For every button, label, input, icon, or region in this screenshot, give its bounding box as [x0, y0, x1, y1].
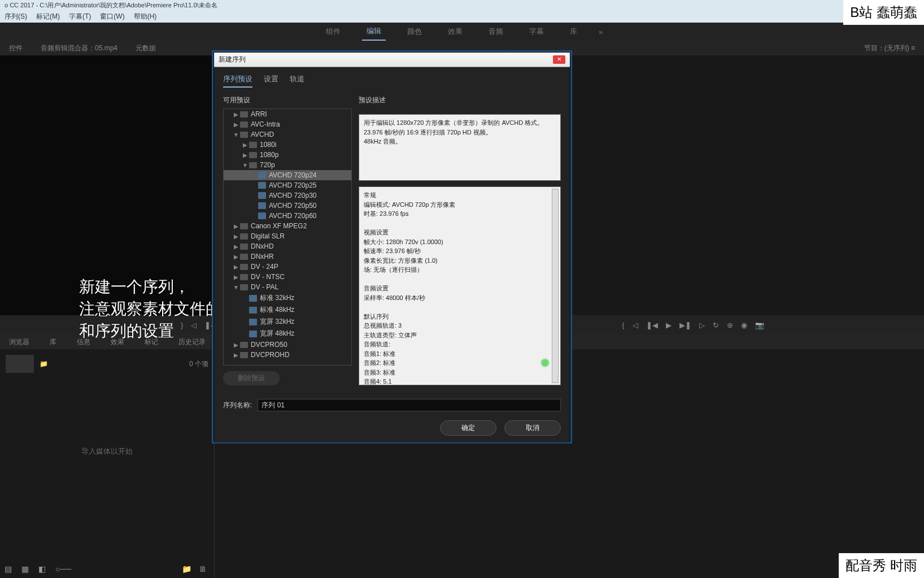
bin-icon[interactable]: 📁: [40, 360, 48, 368]
ws-tab-editing[interactable]: 编辑: [362, 23, 386, 41]
ws-tab-effects[interactable]: 效果: [443, 23, 467, 40]
tree-preset[interactable]: AVCHD 720p30: [224, 190, 351, 201]
folder-icon: [239, 351, 249, 359]
folder-icon: [239, 131, 249, 138]
disclosure-icon[interactable]: ▶: [233, 352, 239, 358]
tree-preset[interactable]: AVCHD 720p50: [224, 201, 351, 211]
disclosure-icon[interactable]: ▶: [233, 244, 239, 250]
disclosure-icon[interactable]: ▶: [242, 152, 249, 158]
freeform-icon[interactable]: ◧: [38, 564, 47, 573]
preset-details-box: 常规 编辑模式: AVCHD 720p 方形像素 时基: 23.976 fps …: [359, 186, 561, 385]
list-view-icon[interactable]: ▤: [5, 564, 14, 573]
extract-icon[interactable]: ◉: [741, 321, 747, 329]
tree-folder[interactable]: ▶1080p: [224, 150, 351, 160]
close-button[interactable]: ✕: [553, 55, 565, 64]
tree-folder[interactable]: ▼720p: [224, 160, 351, 170]
preset-tree[interactable]: ▶ARRI▶AVC-Intra▼AVCHD▶1080i▶1080p▼720pAV…: [223, 108, 352, 366]
tree-folder[interactable]: ▶DNxHR: [224, 251, 351, 262]
ws-more-icon[interactable]: »: [599, 28, 603, 36]
tree-preset[interactable]: 宽屏 48kHz: [224, 328, 351, 340]
menu-window[interactable]: 窗口(W): [100, 12, 124, 21]
tab-sequence-presets[interactable]: 序列预设: [223, 74, 252, 88]
disclosure-icon[interactable]: ▶: [233, 121, 239, 128]
tree-preset[interactable]: AVCHD 720p60: [224, 211, 351, 221]
icon-view-icon[interactable]: ▦: [21, 564, 30, 573]
tree-preset[interactable]: 宽屏 32kHz: [224, 316, 351, 328]
new-bin-icon[interactable]: 📁: [182, 564, 191, 573]
disclosure-icon[interactable]: ▶: [233, 342, 239, 348]
preset-icon: [258, 192, 267, 199]
tab-libraries[interactable]: 库: [46, 335, 60, 349]
tab-tracks[interactable]: 轨道: [290, 74, 304, 88]
folder-icon: [239, 253, 249, 260]
tree-folder[interactable]: ▶Canon XF MPEG2: [224, 221, 351, 231]
mark-in-icon[interactable]: {: [622, 321, 624, 329]
tree-preset[interactable]: 标准 48kHz: [224, 304, 351, 316]
prev-frame-icon[interactable]: ❚◀: [646, 321, 658, 329]
tree-folder[interactable]: ▶DVCPROHD: [224, 350, 351, 360]
new-item-icon[interactable]: 🗎: [199, 564, 208, 573]
menu-help[interactable]: 帮助(H): [134, 12, 157, 21]
folder-icon: [249, 141, 258, 149]
tree-folder[interactable]: ▶DNxHD: [224, 241, 351, 251]
ws-tab-libraries[interactable]: 库: [565, 23, 582, 40]
tree-preset[interactable]: AVCHD 720p24: [224, 170, 351, 180]
tree-preset[interactable]: 标准 32kHz: [224, 292, 351, 304]
tab-settings[interactable]: 设置: [264, 74, 278, 88]
menu-title[interactable]: 字幕(T): [69, 12, 91, 21]
disclosure-icon[interactable]: ▶: [242, 142, 249, 148]
tab-audio-mixer[interactable]: 音频剪辑混合器：05.mp4: [37, 41, 121, 55]
tree-folder[interactable]: ▶AVC-Intra: [224, 119, 351, 129]
tree-preset[interactable]: AVCHD 720p25: [224, 180, 351, 190]
sequence-name-input[interactable]: [258, 399, 561, 411]
tree-item-label: ARRI: [251, 110, 267, 118]
step-fwd-icon[interactable]: ▷: [699, 321, 705, 329]
disclosure-icon[interactable]: ▶: [233, 223, 239, 229]
cancel-button[interactable]: 取消: [504, 420, 561, 436]
menu-marker[interactable]: 标记(M): [36, 12, 60, 21]
disclosure-icon[interactable]: ▶: [233, 233, 239, 240]
menu-sequence[interactable]: 序列(S): [5, 12, 27, 21]
disclosure-icon[interactable]: ▼: [233, 132, 239, 138]
tab-effect-controls[interactable]: 控件: [6, 41, 26, 55]
step-back-icon[interactable]: ◁: [633, 321, 638, 329]
disclosure-icon[interactable]: ▼: [233, 284, 239, 290]
delete-preset-button[interactable]: 删除预设: [223, 371, 280, 385]
disclosure-icon[interactable]: ▶: [233, 274, 239, 280]
ws-tab-color[interactable]: 颜色: [403, 23, 426, 40]
zoom-slider[interactable]: ○──: [55, 564, 64, 573]
dialog-tabs: 序列预设 设置 轨道: [223, 74, 561, 88]
tree-folder[interactable]: ▶DV - NTSC: [224, 272, 351, 282]
disclosure-icon[interactable]: ▼: [242, 162, 249, 168]
play-icon[interactable]: ▶: [666, 321, 672, 329]
tree-folder[interactable]: ▶DVCPRO50: [224, 340, 351, 350]
dialog-titlebar[interactable]: 新建序列 ✕: [214, 53, 570, 67]
program-panel-title[interactable]: 节目：(无序列) ≡: [861, 41, 918, 55]
disclosure-icon[interactable]: ▶: [233, 111, 239, 118]
tree-folder[interactable]: ▼AVCHD: [224, 129, 351, 140]
ok-button[interactable]: 确定: [440, 420, 496, 436]
tree-item-label: 宽屏 48kHz: [260, 329, 294, 338]
folder-icon: [239, 232, 249, 240]
ws-tab-audio[interactable]: 音频: [484, 23, 508, 40]
tree-item-label: DV - 24P: [251, 263, 278, 271]
tree-folder[interactable]: ▶ARRI: [224, 109, 351, 119]
preset-column: 可用预设 ▶ARRI▶AVC-Intra▼AVCHD▶1080i▶1080p▼7…: [223, 95, 352, 385]
ws-tab-assembly[interactable]: 组件: [321, 23, 345, 40]
next-frame-icon[interactable]: ▶❚: [679, 321, 691, 329]
sequence-name-row: 序列名称:: [223, 399, 561, 411]
disclosure-icon[interactable]: ▶: [233, 264, 239, 270]
preset-icon: [249, 294, 258, 302]
loop-icon[interactable]: ↻: [713, 321, 719, 329]
tree-folder[interactable]: ▼DV - PAL: [224, 282, 351, 292]
tree-folder[interactable]: ▶Digital SLR: [224, 231, 351, 241]
lift-icon[interactable]: ⊕: [727, 321, 733, 329]
tab-media-browser[interactable]: 浏览器: [6, 335, 33, 349]
tree-folder[interactable]: ▶DV - 24P: [224, 262, 351, 272]
export-frame-icon[interactable]: 📷: [755, 321, 764, 329]
tree-folder[interactable]: ▶1080i: [224, 140, 351, 150]
tab-metadata[interactable]: 元数据: [132, 41, 159, 55]
import-media-hint[interactable]: 导入媒体以开始: [0, 446, 214, 457]
disclosure-icon[interactable]: ▶: [233, 254, 239, 260]
ws-tab-captions[interactable]: 字幕: [525, 23, 548, 40]
